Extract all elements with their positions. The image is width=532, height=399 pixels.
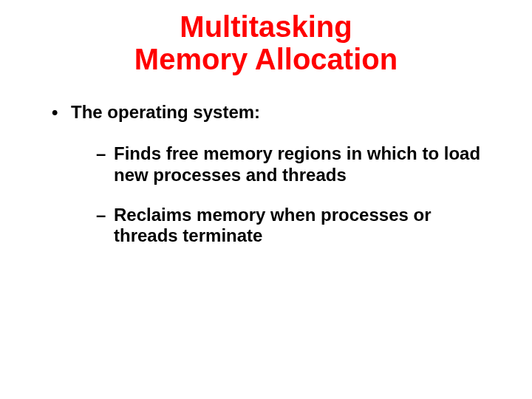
- bullet-level2: – Reclaims memory when processes or thre…: [96, 205, 488, 247]
- bullet-level1-text: The operating system:: [71, 102, 260, 123]
- title-line-2: Memory Allocation: [134, 43, 398, 75]
- bullet-level2-text: Finds free memory regions in which to lo…: [114, 143, 488, 185]
- bullet-level2-text: Reclaims memory when processes or thread…: [114, 205, 488, 247]
- bullet-marker-dash-icon: –: [96, 205, 114, 225]
- slide: Multitasking Memory Allocation • The ope…: [0, 0, 532, 399]
- bullet-level2: – Finds free memory regions in which to …: [96, 143, 488, 185]
- title-line-1: Multitasking: [180, 10, 352, 43]
- bullet-marker-dot-icon: •: [52, 102, 71, 123]
- bullet-level1: • The operating system:: [52, 102, 488, 123]
- slide-title: Multitasking Memory Allocation: [44, 10, 488, 75]
- bullet-marker-dash-icon: –: [96, 143, 114, 164]
